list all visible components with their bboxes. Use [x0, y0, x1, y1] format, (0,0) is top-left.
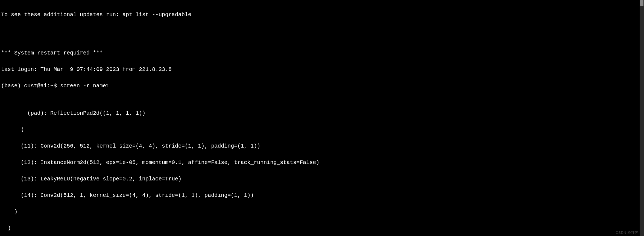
model-layer-12: (12): InstanceNorm2d(512, eps=1e-05, mom…	[1, 160, 640, 165]
prompt-line[interactable]: (base) cust@ai:~$ screen -r name1	[1, 83, 640, 89]
model-close-paren: )	[1, 226, 640, 231]
model-layer-14: (14): Conv2d(512, 1, kernel_size=(4, 4),…	[1, 193, 640, 198]
apt-hint-line: To see these additional updates run: apt…	[1, 12, 640, 18]
model-layer-13: (13): LeakyReLU(negative_slope=0.2, inpl…	[1, 176, 640, 182]
restart-required-line: *** System restart required ***	[1, 50, 640, 56]
model-close-paren: )	[1, 127, 640, 133]
model-layer-11: (11): Conv2d(256, 512, kernel_size=(4, 4…	[1, 143, 640, 149]
scrollbar-thumb[interactable]	[640, 0, 643, 6]
watermark: CSDN @狂奔	[616, 230, 639, 235]
vertical-scrollbar[interactable]	[640, 0, 644, 236]
last-login-line: Last login: Thu Mar 9 07:44:09 2023 from…	[1, 67, 640, 72]
model-close-paren: )	[1, 209, 640, 215]
model-layer-pad: (pad): ReflectionPad2d((1, 1, 1, 1))	[1, 111, 640, 116]
terminal[interactable]: To see these additional updates run: apt…	[0, 0, 640, 236]
